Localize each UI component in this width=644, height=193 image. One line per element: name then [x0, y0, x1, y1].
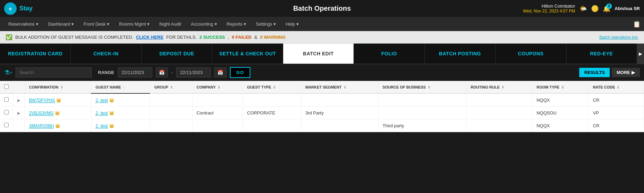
table-header-row: CONFIRMATION ⇕ GUEST NAME ↑ GROUP ⇕ COMP… — [0, 81, 644, 93]
row-checkbox[interactable] — [4, 97, 9, 102]
nav-item-settings[interactable]: Settings ▾ — [251, 17, 281, 31]
top-header: e Stay Batch Operations Hilton Coimbator… — [0, 0, 644, 17]
row-guest-type — [243, 93, 301, 107]
th-confirmation[interactable]: CONFIRMATION ⇕ — [25, 81, 91, 93]
range-label: RANGE — [98, 70, 114, 75]
guest-name-link[interactable]: 2, test — [96, 110, 108, 116]
batch-log-link[interactable]: Batch operations log: — [599, 35, 638, 40]
tab-batch-posting[interactable]: BATCH POSTING — [425, 44, 495, 64]
nav-item-accounting[interactable]: Accounting ▾ — [186, 17, 222, 31]
th-guest-type[interactable]: GUEST TYPE ⇕ — [243, 81, 301, 93]
guest-name-link[interactable]: 2, test — [96, 98, 108, 103]
document-icon[interactable]: 📋 — [633, 20, 641, 28]
confirmation-link[interactable]: BW7DFYPHS — [29, 98, 55, 103]
row-room-type: NQQX — [532, 93, 589, 107]
user-name: Abishua SR — [615, 6, 640, 11]
tab-red-eye[interactable]: RED-EYE — [566, 44, 637, 64]
row-source-of-business: Third party — [378, 119, 466, 132]
row-guest-name: 2, test 👑 — [91, 93, 150, 107]
tab-coupons[interactable]: COUPONS — [495, 44, 566, 64]
tab-settle-checkout[interactable]: SETTLE & CHECK OUT — [212, 44, 283, 64]
calendar-from-button[interactable]: 📅 — [156, 67, 168, 77]
th-group[interactable]: GROUP ⇕ — [150, 81, 192, 93]
notif-amp: & — [254, 35, 257, 40]
expand-row-button[interactable]: ▶ — [17, 98, 20, 103]
select-all-checkbox[interactable] — [4, 84, 9, 89]
nav-item-roomsmgmt[interactable]: Rooms Mgmt ▾ — [114, 17, 154, 31]
batch-edit-table: CONFIRMATION ⇕ GUEST NAME ↑ GROUP ⇕ COMP… — [0, 81, 644, 132]
go-button[interactable]: GO — [230, 67, 250, 78]
nav-item-reservations[interactable]: Reservations ▾ — [3, 17, 43, 31]
th-market-segment[interactable]: MARKET SEGMENT ⇕ — [301, 81, 378, 93]
th-company[interactable]: COMPANY ⇕ — [192, 81, 243, 93]
results-button[interactable]: RESULTS — [579, 68, 610, 77]
th-routing-rule[interactable]: ROUTING RULE ⇕ — [466, 81, 532, 93]
row-routing-rule — [466, 107, 532, 119]
logo-area: e Stay — [4, 2, 33, 15]
date-to-input[interactable] — [176, 67, 211, 77]
row-source-of-business — [378, 107, 466, 119]
chevron-down-icon: ▾ — [274, 21, 276, 27]
sort-icon: ⇕ — [561, 85, 564, 89]
tab-batch-edit[interactable]: BATCH EDIT — [283, 44, 354, 64]
row-market-segment — [301, 119, 378, 132]
check-circle-icon: ✅ — [6, 34, 12, 40]
row-room-type: NQQSOU — [532, 107, 589, 119]
nav-item-dashboard[interactable]: Dashboard ▾ — [43, 17, 79, 31]
guest-crown-icon: 👑 — [109, 98, 114, 103]
row-group — [150, 93, 192, 107]
vip-crown-icon: 👑 — [55, 123, 60, 128]
row-expand-cell: ▶ — [13, 107, 25, 119]
notification-bell-button[interactable]: 🔔 0 — [603, 5, 610, 12]
tab-registration-card[interactable]: REGISTRATION CARD — [0, 44, 71, 64]
row-company: Contract — [192, 107, 243, 119]
th-guest-name[interactable]: GUEST NAME ↑ — [91, 81, 150, 93]
confirmation-link[interactable]: 38MXRX5BH — [29, 123, 54, 129]
date-from-input[interactable] — [118, 67, 152, 77]
expand-row-button[interactable]: ▶ — [17, 111, 20, 116]
row-source-of-business — [378, 93, 466, 107]
chevron-down-icon: ▾ — [244, 21, 246, 27]
add-filter-icon: + — [10, 70, 12, 75]
guest-name-link[interactable]: 2, test — [96, 123, 108, 129]
filter-right-actions: RESULTS MORE ▶ — [579, 68, 640, 77]
more-button[interactable]: MORE ▶ — [612, 68, 640, 77]
table-row: ▶ 2VBJS3VMG 👑 2, test 👑 Contract CORPORA… — [0, 107, 644, 119]
calendar-to-button[interactable]: 📅 — [214, 67, 226, 77]
row-expand-cell: ▶ — [13, 93, 25, 107]
tab-deposit-due[interactable]: DEPOSIT DUE — [142, 44, 212, 64]
th-rate-code[interactable]: RATE CODE ⇕ — [589, 81, 644, 93]
row-rate-code: CR — [589, 119, 644, 132]
hotel-info: Hilton Coimbator Wed, Nov 22, 2023 4:07 … — [523, 3, 575, 13]
search-input[interactable] — [16, 67, 92, 77]
nav-item-reports[interactable]: Reports ▾ — [222, 17, 251, 31]
tab-check-in[interactable]: CHECK-IN — [71, 44, 141, 64]
weather-icon: 🌤️ — [579, 5, 587, 12]
th-room-type[interactable]: ROOM TYPE ⇕ — [532, 81, 589, 93]
data-table-container: CONFIRMATION ⇕ GUEST NAME ↑ GROUP ⇕ COMP… — [0, 81, 644, 132]
th-checkbox — [0, 81, 13, 93]
row-market-segment: 3rd Party — [301, 107, 378, 119]
chevron-down-icon: ▾ — [296, 21, 299, 27]
row-checkbox[interactable] — [4, 110, 9, 114]
notif-click-here-link[interactable]: CLICK HERE — [136, 35, 163, 40]
row-guest-name: 2, test 👑 — [91, 107, 150, 119]
notif-separator1: , — [228, 35, 229, 40]
row-confirmation: BW7DFYPHS 👑 — [25, 93, 91, 107]
row-checkbox-cell — [0, 119, 13, 132]
coin-icon: 🪙 — [591, 5, 599, 12]
notif-warning-count: 0 WARNING — [260, 35, 286, 40]
row-checkbox[interactable] — [4, 123, 9, 127]
th-source-of-business[interactable]: SOURCE OF BUSINESS ⇕ — [378, 81, 466, 93]
confirmation-link[interactable]: 2VBJS3VMG — [29, 111, 54, 116]
tab-scroll-right-button[interactable]: ▶ — [637, 44, 644, 64]
row-guest-name: 2, test 👑 — [91, 119, 150, 132]
tab-folio[interactable]: FOLIO — [354, 44, 424, 64]
nav-bar: Reservations ▾ Dashboard ▾ Front Desk ▾ … — [0, 17, 644, 31]
nav-item-help[interactable]: Help ▾ — [281, 17, 304, 31]
nav-item-frontdesk[interactable]: Front Desk ▾ — [79, 17, 114, 31]
nav-item-nightaudit[interactable]: Night Audit — [154, 17, 186, 31]
filter-button[interactable]: ⚗ + — [4, 69, 12, 76]
row-rate-code: VP — [589, 107, 644, 119]
row-confirmation: 38MXRX5BH 👑 — [25, 119, 91, 132]
